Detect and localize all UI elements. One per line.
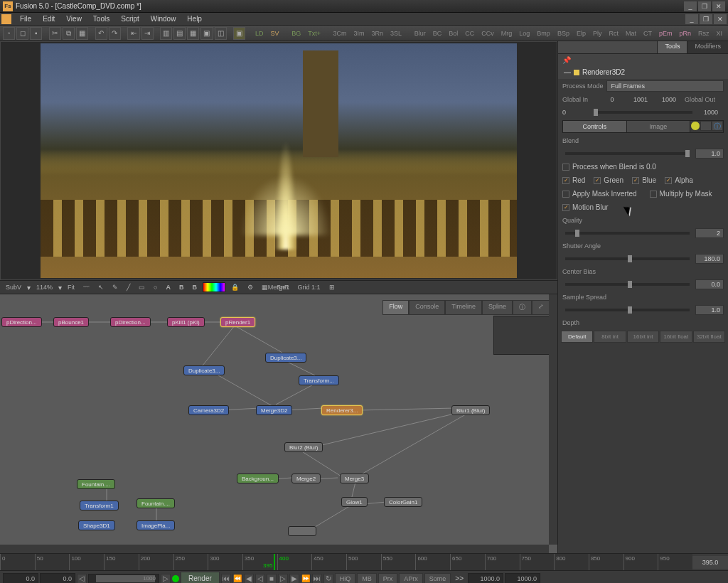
menu-tools[interactable]: Tools <box>87 14 115 24</box>
tool-xi[interactable]: XI <box>713 30 725 37</box>
current-frame[interactable]: 395.0 <box>692 556 728 569</box>
prev-frame-icon[interactable]: ◀ <box>244 574 254 584</box>
blend-slider[interactable] <box>565 152 690 155</box>
open-icon[interactable]: ◻ <box>16 27 28 40</box>
menu-file[interactable]: File <box>14 14 37 24</box>
tool-txt[interactable]: Txt+ <box>305 30 323 37</box>
global-range-slider[interactable] <box>594 111 692 114</box>
tool-bmp[interactable]: Bmp <box>534 30 553 37</box>
tab-timeline[interactable]: Timeline <box>445 300 482 315</box>
tab-console[interactable]: Console <box>409 300 445 315</box>
motion-blur-checkbox[interactable]: ✓Motion Blur <box>562 202 609 213</box>
menu-script[interactable]: Script <box>115 14 145 24</box>
node-merge3d2[interactable]: Merge3D2 <box>256 405 292 415</box>
grid-button[interactable]: Grid 1:1 <box>295 283 323 292</box>
play-icon[interactable]: ▷ <box>278 574 288 584</box>
controls-tab[interactable]: Controls <box>563 121 627 132</box>
tool-rct[interactable]: Rct <box>606 30 621 37</box>
node-glow1[interactable]: Glow1 <box>341 497 368 507</box>
node-transform1[interactable]: Transform... <box>299 375 339 385</box>
toggle-icon[interactable]: ▣ <box>233 27 245 40</box>
node-blur1[interactable]: Blur1 (Blur) <box>451 405 490 415</box>
minimize-button[interactable]: _ <box>685 14 698 24</box>
node-pdirection2[interactable]: pDirection... <box>110 317 151 327</box>
restore-button[interactable]: ❐ <box>700 14 712 24</box>
nav-back-icon[interactable]: ⇤ <box>127 27 139 40</box>
tool-pem[interactable]: pEm <box>656 30 675 37</box>
tab-flow[interactable]: Flow <box>382 300 409 315</box>
tool-prn[interactable]: pRn <box>676 30 694 37</box>
center-bias-slider[interactable] <box>565 283 690 286</box>
tool-sv[interactable]: SV <box>267 30 282 37</box>
node-merge3[interactable]: Merge3 <box>340 474 369 483</box>
pointer-icon[interactable]: ↖ <box>95 283 107 292</box>
depth-16bit[interactable]: 16bit int <box>627 331 659 343</box>
node-pkill1[interactable]: pKill1 (pKi) <box>167 317 205 327</box>
range-end[interactable]: 1000.0 <box>505 573 540 584</box>
next-frame-icon[interactable]: ▶ <box>289 574 299 584</box>
blend-value[interactable]: 1.0 <box>695 149 724 159</box>
step-fwd-icon[interactable]: ⏩ <box>301 574 311 584</box>
menu-edit[interactable]: Edit <box>37 14 60 24</box>
node-renderer3[interactable]: Renderer3... <box>321 405 363 415</box>
timeline-ruler[interactable]: 0 50 100 150 200 250 300 350 400 450 500… <box>0 553 728 570</box>
node-transformb[interactable]: Transform1 <box>80 501 119 510</box>
mb-button[interactable]: MB <box>357 573 377 584</box>
range-start[interactable]: 0.0 <box>3 573 38 584</box>
tool-3cm[interactable]: 3Cm <box>331 30 350 37</box>
line-icon[interactable]: ╱ <box>124 283 133 292</box>
node-camera3d2[interactable]: Camera3D2 <box>188 405 229 415</box>
tool-ct[interactable]: CT <box>641 30 655 37</box>
render-button[interactable]: Render <box>181 572 220 583</box>
layout2-icon[interactable]: ▤ <box>173 27 186 40</box>
tab-modifiers[interactable]: Modifiers <box>687 41 728 53</box>
tool-elp[interactable]: Elp <box>574 30 589 37</box>
node-unnamed[interactable] <box>288 526 316 536</box>
sample-spread-value[interactable]: 1.0 <box>695 305 724 315</box>
pin-icon[interactable]: 📌 <box>562 56 571 64</box>
inspector-header[interactable]: — Renderer3D2 <box>558 65 728 79</box>
process-when-checkbox[interactable]: Process when Blend is 0.0 <box>562 161 656 172</box>
alpha-checkbox[interactable]: ✓Alpha <box>665 175 693 186</box>
expand-icon[interactable]: ⤢ <box>532 300 550 315</box>
lock-icon[interactable]: 🔒 <box>228 283 242 292</box>
node-shape3d1[interactable]: Shape3D1 <box>78 520 115 530</box>
close-doc-button[interactable]: ✕ <box>712 1 725 11</box>
tool-ccv[interactable]: CCv <box>478 30 497 37</box>
tool-3rn[interactable]: 3Rn <box>369 30 387 37</box>
b1-button[interactable]: B <box>176 283 187 292</box>
depth-16float[interactable]: 16bit float <box>660 331 692 343</box>
grid-icon[interactable]: ⊞ <box>326 283 338 292</box>
circle-icon[interactable]: ○ <box>151 283 160 292</box>
tool-bg[interactable]: BG <box>289 30 304 37</box>
flow-panel[interactable]: Flow Console Timeline Spline ⓘ ⤢ pDi <box>0 294 557 553</box>
cut-icon[interactable]: ✂ <box>49 27 61 40</box>
stop-icon[interactable]: ■ <box>267 574 277 584</box>
sample-spread-slider[interactable] <box>565 309 690 311</box>
playhead[interactable] <box>274 554 275 570</box>
menu-window[interactable]: Window <box>145 14 182 24</box>
center-bias-value[interactable]: 0.0 <box>695 279 724 289</box>
close-button[interactable]: ✕ <box>714 14 727 24</box>
process-mode-select[interactable]: Full Frames <box>606 80 724 92</box>
new-icon[interactable]: ▫ <box>3 27 15 40</box>
some-button[interactable]: Some <box>424 573 451 584</box>
menu-help[interactable]: Help <box>181 14 208 24</box>
shutter-value[interactable]: 180.0 <box>695 254 724 264</box>
tab-spline[interactable]: Spline <box>482 300 513 315</box>
docmenu-icon[interactable] <box>1 14 11 24</box>
range-in[interactable]: 0.0 <box>40 573 75 584</box>
depth-8bit[interactable]: 8bit int <box>594 331 626 343</box>
node-merge2[interactable]: Merge2 <box>291 474 321 483</box>
script-icon[interactable] <box>700 121 712 131</box>
tool-rsz[interactable]: Rsz <box>695 30 712 37</box>
tab-tools[interactable]: Tools <box>657 41 687 53</box>
viewer-panel[interactable] <box>0 41 557 280</box>
hiq-button[interactable]: HiQ <box>335 573 356 584</box>
tool-ld[interactable]: LD <box>252 30 267 37</box>
quality-value[interactable]: 2 <box>695 228 724 238</box>
redo-icon[interactable]: ↷ <box>109 27 121 40</box>
subv-button[interactable]: SubV <box>3 283 24 292</box>
goto-end-icon[interactable]: ⏭ <box>312 574 322 584</box>
layout5-icon[interactable]: ◫ <box>215 27 227 40</box>
